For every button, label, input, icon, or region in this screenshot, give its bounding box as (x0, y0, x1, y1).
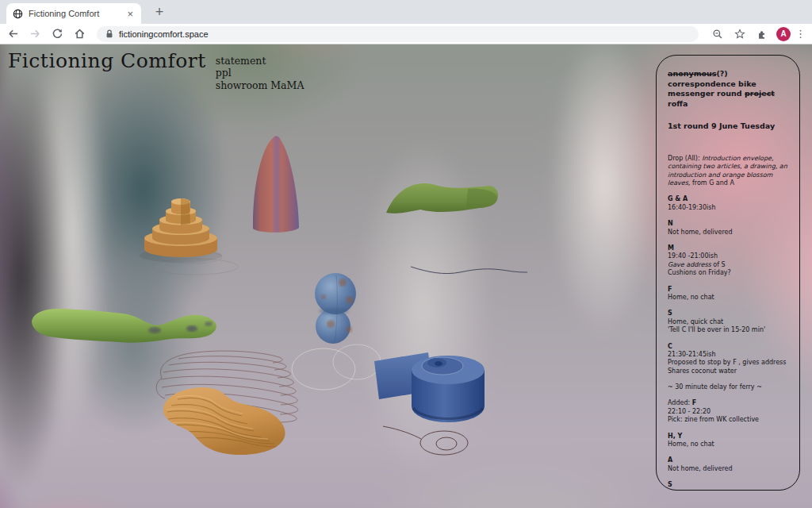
back-button[interactable] (3, 25, 22, 44)
panel-title: anonymous(?) correspondence bike messeng… (668, 69, 788, 110)
url-bar[interactable]: fictioningcomfort.space (97, 26, 699, 42)
nav-item-statement[interactable]: statement (216, 55, 304, 67)
panel-entries: Drop (All): Introduction envelope, conta… (668, 155, 788, 491)
zoom-icon[interactable] (708, 25, 727, 44)
tab-strip: Fictioning Comfort × + (0, 0, 812, 24)
panel-entry: G & A16:40-19:30ish (668, 195, 788, 212)
panel-entry: Drop (All): Introduction envelope, conta… (668, 155, 788, 188)
globe-favicon-icon (13, 9, 23, 19)
tab-close-icon[interactable]: × (125, 8, 135, 20)
nav-item-ppl[interactable]: ppl (216, 67, 304, 79)
site-nav: statement ppl showroom MaMA (216, 55, 304, 91)
panel-entry: NNot home, delivered (668, 220, 788, 237)
blue-roll-3d-object (374, 352, 485, 422)
lock-icon (105, 29, 114, 39)
outline-circles (292, 344, 381, 390)
nav-item-showroom-mama[interactable]: showroom MaMA (216, 79, 304, 91)
panel-entry: M19:40 -21:00ishGave address of SCushion… (668, 244, 788, 278)
panel-entry: C21:30-21:45ishProposed to stop by F , g… (668, 343, 788, 376)
green-blob-3d-object (32, 309, 216, 343)
panel-entry: SHome, quick chat'Tell C I'll be over in… (668, 310, 788, 334)
correspondence-panel: anonymous(?) correspondence bike messeng… (656, 55, 800, 491)
panel-subtitle: 1st round 9 June Tuesday (668, 121, 788, 130)
green-ribbon-3d-object (386, 183, 498, 214)
panel-title-end: roffa (668, 99, 688, 108)
panel-entry: Added: F22:10 - 22:20Pick: zine from WK … (668, 399, 788, 424)
contour-line (411, 267, 527, 274)
toolbar-right: A ⋮ (705, 25, 812, 44)
gradient-cone-3d-object (253, 136, 299, 233)
panel-entry: ANot home, delivered (668, 456, 788, 473)
bookmark-star-icon[interactable] (730, 25, 749, 44)
panel-title-strike-2: project (745, 89, 775, 98)
panel-entry: ~ 30 minute delay for ferry ~ (668, 383, 788, 391)
forward-button[interactable] (25, 25, 44, 44)
page-content: Fictioning Comfort statement ppl showroo… (0, 44, 812, 508)
outline-ellipses (383, 426, 468, 455)
stepped-cone-3d-object (140, 198, 222, 263)
panel-entry: FHome, no chat (668, 286, 788, 302)
browser-toolbar: fictioningcomfort.space A ⋮ (0, 24, 812, 44)
profile-avatar[interactable]: A (776, 27, 791, 41)
browser-menu-icon[interactable]: ⋮ (795, 28, 806, 40)
tab-title: Fictioning Comfort (29, 9, 125, 18)
panel-entry: SHome, quick chat (668, 481, 788, 491)
page-title: Fictioning Comfort (8, 49, 206, 91)
terraced-blob-3d-object (163, 387, 285, 455)
panel-title-strike-1: anonymous (668, 69, 717, 78)
browser-window: Fictioning Comfort × + fictioningcomfort… (0, 0, 812, 508)
reload-button[interactable] (48, 25, 67, 44)
browser-tab[interactable]: Fictioning Comfort × (6, 3, 141, 24)
site-header: Fictioning Comfort statement ppl showroo… (8, 49, 304, 91)
extensions-puzzle-icon[interactable] (753, 25, 772, 44)
panel-entry: H, YHome, no chat (668, 433, 788, 449)
url-text: fictioningcomfort.space (119, 29, 209, 39)
blue-double-sphere-3d-object (315, 273, 356, 344)
home-button[interactable] (70, 25, 89, 44)
new-tab-button[interactable]: + (149, 2, 170, 22)
